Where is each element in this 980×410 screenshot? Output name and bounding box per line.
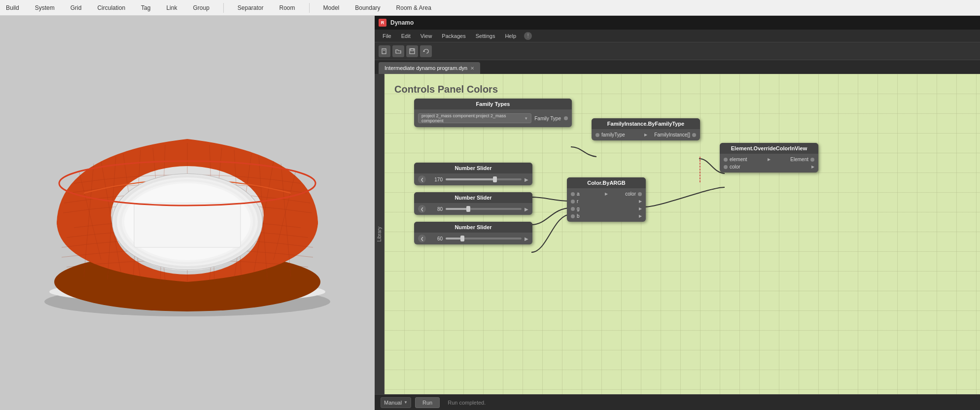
dynamo-panel: R Dynamo File Edit View Packages Setting… bbox=[375, 16, 980, 410]
slider1-expand[interactable]: ❮ bbox=[418, 175, 426, 183]
toolbar-group[interactable]: Group bbox=[191, 4, 211, 11]
arrow-icon-b: ▶ bbox=[639, 214, 642, 218]
slider2-value: 80 bbox=[429, 206, 443, 212]
run-mode-label: Manual bbox=[384, 400, 402, 406]
slider2-right-arrow: ▶ bbox=[525, 206, 528, 212]
override-color-label: color bbox=[730, 164, 809, 170]
run-mode-dropdown-icon: ▼ bbox=[404, 400, 408, 405]
toolbar-files[interactable]: Boundary bbox=[353, 4, 382, 11]
node-family-types-body: project 2_mass component:project 2_mass … bbox=[414, 109, 572, 127]
color-byargb-row-b: b ▶ bbox=[567, 212, 646, 220]
new-button[interactable] bbox=[379, 45, 390, 57]
color-a-input-port bbox=[571, 192, 575, 196]
dynamo-logo: R bbox=[379, 19, 386, 27]
override-element-input-port bbox=[724, 158, 728, 162]
node-slider-2[interactable]: Number Slider ❮ 80 ▶ bbox=[414, 192, 532, 215]
override-color-header: Element.OverrideColorInView bbox=[720, 143, 818, 154]
slider2-body: ❮ 80 ▶ bbox=[414, 203, 532, 215]
menu-file[interactable]: File bbox=[379, 32, 395, 40]
menu-help[interactable]: Help bbox=[501, 32, 520, 40]
toolbar-build[interactable]: Build bbox=[4, 4, 21, 11]
save-button[interactable] bbox=[406, 45, 418, 57]
dynamo-titlebar: R Dynamo bbox=[375, 16, 980, 30]
toolbar-model[interactable]: Room bbox=[278, 4, 297, 11]
menu-view[interactable]: View bbox=[417, 32, 436, 40]
toolbar-separator2 bbox=[309, 3, 310, 13]
slider3-thumb[interactable] bbox=[460, 236, 464, 241]
revit-panel bbox=[0, 16, 375, 410]
node-family-instance[interactable]: FamilyInstance.ByFamilyType familyType ▶… bbox=[592, 118, 700, 140]
svg-rect-29 bbox=[134, 203, 241, 247]
color-g-label: g bbox=[577, 206, 637, 211]
dynamo-canvas[interactable]: Controls Panel Colors bbox=[385, 74, 980, 394]
library-label: Library bbox=[377, 227, 382, 242]
toolbar-boundary[interactable]: Model bbox=[321, 4, 342, 11]
color-a-label: a bbox=[577, 191, 603, 197]
family-types-output-label: Family Type bbox=[534, 116, 561, 121]
toolbar-circulation[interactable]: Circulation bbox=[95, 4, 127, 11]
override-color-body: element ▶ Element color ▶ bbox=[720, 154, 818, 172]
color-byargb-row-g: g ▶ bbox=[567, 205, 646, 212]
toolbar-link[interactable]: Link bbox=[164, 4, 179, 11]
slider2-thumb[interactable] bbox=[466, 206, 470, 212]
slider3-right-arrow: ▶ bbox=[525, 236, 528, 241]
node-color-byargb[interactable]: Color.ByARGB a ▶ color r ▶ bbox=[567, 177, 646, 222]
slider1-body: ❮ 170 ▶ bbox=[414, 173, 532, 185]
run-button[interactable]: Run bbox=[415, 397, 440, 408]
dropdown-arrow-icon: ▼ bbox=[524, 116, 528, 121]
library-panel[interactable]: Library bbox=[375, 74, 385, 394]
toolbar-grid[interactable]: Grid bbox=[69, 4, 84, 11]
tab-close-button[interactable]: ✕ bbox=[470, 66, 474, 71]
slider1-track[interactable] bbox=[446, 178, 522, 180]
override-element-output: Element bbox=[772, 157, 808, 162]
color-byargb-body: a ▶ color r ▶ g ▶ bbox=[567, 188, 646, 222]
family-types-output-port bbox=[564, 116, 568, 120]
node-override-color[interactable]: Element.OverrideColorInView element ▶ El… bbox=[720, 143, 818, 172]
color-b-input-port bbox=[571, 214, 575, 218]
run-mode-select[interactable]: Manual ▼ bbox=[381, 397, 411, 408]
stadium-svg bbox=[35, 85, 340, 331]
override-color-row2: color ▶ bbox=[720, 163, 818, 171]
toolbar-room[interactable]: Separator bbox=[236, 4, 266, 11]
info-icon[interactable]: ! bbox=[524, 32, 532, 40]
family-types-dropdown[interactable]: project 2_mass component:project 2_mass … bbox=[418, 113, 531, 123]
slider3-expand[interactable]: ❮ bbox=[418, 235, 426, 242]
undo-button[interactable] bbox=[420, 45, 432, 57]
toolbar-tag[interactable]: Tag bbox=[139, 4, 152, 11]
open-button[interactable] bbox=[392, 45, 404, 57]
menu-settings[interactable]: Settings bbox=[472, 32, 499, 40]
node-slider-3[interactable]: Number Slider ❮ 60 ▶ bbox=[414, 222, 532, 244]
arrow-icon-g: ▶ bbox=[639, 206, 642, 211]
toolbar-room-area[interactable]: Room & Area bbox=[394, 4, 433, 11]
arrow-icon3: ▶ bbox=[811, 165, 814, 169]
menu-packages[interactable]: Packages bbox=[438, 32, 469, 40]
family-instance-output-label: FamilyInstance[] bbox=[649, 132, 690, 137]
slider3-value: 60 bbox=[429, 236, 443, 241]
slider3-header: Number Slider bbox=[414, 222, 532, 233]
family-instance-body: familyType ▶ FamilyInstance[] bbox=[592, 129, 700, 140]
slider1-thumb[interactable] bbox=[493, 176, 497, 182]
main-content: R Dynamo File Edit View Packages Setting… bbox=[0, 16, 980, 410]
dynamo-tab-main[interactable]: Intermediate dynamo program.dyn ✕ bbox=[379, 62, 480, 74]
node-family-types[interactable]: Family Types project 2_mass component:pr… bbox=[414, 99, 572, 127]
family-instance-input-label: familyType bbox=[601, 132, 642, 137]
dynamo-menubar: File Edit View Packages Settings Help ! bbox=[375, 30, 980, 42]
dynamo-tabbar: Intermediate dynamo program.dyn ✕ bbox=[375, 60, 980, 74]
slider3-track[interactable] bbox=[446, 238, 522, 239]
node-slider-1[interactable]: Number Slider ❮ 170 ▶ bbox=[414, 163, 532, 185]
menu-edit[interactable]: Edit bbox=[397, 32, 415, 40]
toolbar: Build System Grid Circulation Tag Link G… bbox=[0, 0, 980, 16]
revit-viewport[interactable] bbox=[0, 16, 375, 410]
arrow-icon: ▶ bbox=[644, 133, 647, 137]
color-byargb-header: Color.ByARGB bbox=[567, 177, 646, 188]
slider2-track[interactable] bbox=[446, 208, 522, 210]
slider2-expand[interactable]: ❮ bbox=[418, 205, 426, 213]
family-types-value: project 2_mass component:project 2_mass … bbox=[421, 113, 524, 123]
override-color-input-port bbox=[724, 165, 728, 169]
override-element-output-port bbox=[810, 158, 814, 162]
family-instance-row1: familyType ▶ FamilyInstance[] bbox=[592, 131, 700, 138]
toolbar-system[interactable]: System bbox=[33, 4, 57, 11]
run-status: Run completed. bbox=[448, 400, 486, 406]
dynamo-title: Dynamo bbox=[390, 19, 414, 26]
override-color-row1: element ▶ Element bbox=[720, 156, 818, 163]
